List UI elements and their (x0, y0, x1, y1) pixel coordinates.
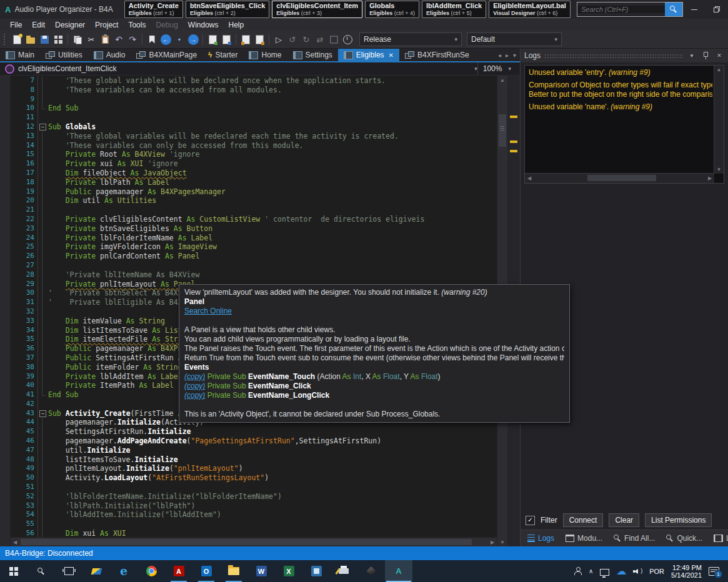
tab-starter[interactable]: ϟStarter (202, 49, 243, 61)
volume-icon[interactable]: ) (633, 568, 642, 575)
editor-zoom-select[interactable]: 100% ▾ (477, 62, 516, 75)
printer-tools-icon[interactable] (330, 560, 357, 582)
outlook-icon[interactable]: O (192, 560, 220, 582)
paste-icon[interactable] (98, 32, 112, 46)
cut-icon[interactable]: ✂ (84, 32, 98, 46)
code-text[interactable]: 'These variables can be accessed from al… (48, 86, 282, 95)
quick-tab-lbladditem_click[interactable]: lblAddItem_ClickEligibles (ctrl + 5) (422, 1, 486, 18)
new-file-icon[interactable] (10, 32, 24, 46)
people-icon[interactable] (574, 567, 582, 575)
tab-settings[interactable]: Settings (287, 49, 338, 61)
code-text[interactable]: Dim fileObject As JavaObject (48, 169, 187, 178)
navigate-forward-icon[interactable]: → (186, 32, 200, 46)
warning-mark[interactable] (510, 116, 517, 118)
tabs-scroll-right-icon[interactable]: ▸ (506, 52, 509, 59)
bookmark-icon[interactable] (145, 32, 159, 46)
filter-checkbox[interactable]: ✓ (526, 516, 535, 525)
copy-link[interactable]: (copy) (184, 382, 205, 390)
quick-tab-clveligiblescontent_item[interactable]: clvEligiblesContent_ItemEligibles (ctrl … (272, 1, 362, 18)
code-text[interactable]: End Sub (48, 104, 78, 113)
menu-project[interactable]: Project (90, 20, 123, 30)
log-vertical-scrollbar[interactable]: ▲ ▼ (714, 66, 724, 174)
clear-button[interactable]: Clear (609, 513, 639, 527)
menu-help[interactable]: Help (224, 20, 249, 30)
collapse-box[interactable]: − (39, 124, 46, 131)
fold-toggle-icon[interactable]: − (37, 409, 48, 418)
close-panel-icon[interactable]: ✕ (714, 51, 724, 61)
chrome-icon[interactable] (137, 560, 165, 582)
inkscape-icon[interactable] (357, 560, 385, 582)
log-scroll-left-icon[interactable]: ◀ (525, 174, 534, 182)
code-text[interactable]: 'Private lblItemName As B4XView (48, 270, 199, 280)
code-text[interactable]: pnlItemLayout.Initialize("pnlItemLayout"… (48, 464, 243, 473)
quick-tab-activity_create[interactable]: Activity_CreateEligibles (ctrl + 1) (124, 1, 183, 18)
comment-icon[interactable] (206, 32, 219, 46)
code-text[interactable]: SettingsAtFirstRun.Initialize (48, 427, 191, 436)
copy-link[interactable]: (copy) (184, 372, 205, 381)
code-text[interactable]: Dim xui As XUI (48, 529, 126, 537)
code-text[interactable]: Sub Globals (48, 122, 96, 132)
code-text[interactable]: 'lblFolderItemName.Initialize("lblFolder… (48, 492, 282, 501)
code-text[interactable]: 'These variables can only be accessed fr… (48, 141, 304, 150)
save-icon[interactable] (37, 32, 51, 46)
bottom-tab-findall[interactable]: Find All... (609, 532, 659, 545)
warning-mark[interactable] (510, 150, 517, 152)
file-explorer-icon[interactable] (220, 560, 247, 582)
run-configuration-select[interactable]: Default▾ (467, 32, 562, 46)
quick-tab-btnsaveeligibles_click[interactable]: btnSaveEligibles_ClickEligibles (ctrl + … (186, 1, 269, 18)
compile-timer-icon[interactable] (341, 32, 354, 46)
minimize-button[interactable] (683, 0, 706, 19)
language-indicator[interactable]: POR (649, 568, 664, 575)
code-text[interactable]: 'These global variables will be declared… (48, 76, 386, 86)
code-text[interactable]: Private ItemPath As Label (48, 381, 174, 390)
indent-icon[interactable] (252, 32, 266, 46)
b4a-taskbar-icon[interactable]: A (385, 560, 412, 582)
bottom-tab-logs[interactable]: Logs (523, 532, 559, 545)
code-text[interactable]: Dim itemValue As String (48, 317, 165, 326)
taskbar-search-button[interactable] (27, 560, 55, 582)
list-permissions-button[interactable]: List Permissions (645, 513, 712, 527)
menu-debug[interactable]: Debug (151, 20, 182, 30)
code-text[interactable]: Public itemFolder As String (48, 363, 182, 372)
code-text[interactable]: Dim listItemsToSave As List (48, 326, 182, 335)
code-text[interactable]: End Sub (48, 390, 78, 400)
uncomment-icon[interactable] (219, 32, 233, 46)
log-hscroll-thumb[interactable] (587, 175, 656, 181)
tray-expand-icon[interactable]: ∧ (589, 568, 593, 575)
modules-icon[interactable] (51, 32, 65, 46)
code-text[interactable]: Public pagemanager As B4XPagesManager (48, 187, 226, 197)
tab-b4xfirstrunse[interactable]: B4XFirstRunSe (399, 49, 475, 61)
build-configuration-select[interactable]: Release▾ (359, 32, 462, 46)
hscroll-thumb[interactable] (21, 539, 472, 545)
edge-icon[interactable]: e (110, 560, 137, 582)
tab-main[interactable]: Main (0, 49, 40, 61)
start-button[interactable] (0, 560, 27, 582)
scroll-down-icon[interactable]: ▼ (497, 538, 507, 546)
window-position-icon[interactable]: ▾ (687, 51, 697, 61)
close-tab-icon[interactable]: ✕ (389, 52, 394, 59)
word-icon[interactable]: W (247, 560, 275, 582)
copy-icon[interactable] (71, 32, 84, 46)
connect-button[interactable]: Connect (563, 513, 604, 527)
code-text[interactable]: Private clvEligiblesContent As CustomLis… (48, 215, 424, 224)
code-text[interactable]: util.Initialize (48, 446, 131, 455)
code-text[interactable]: pagemanager.AddPageAndCreate("PageSettin… (48, 436, 381, 446)
redo-icon[interactable]: ↷ (126, 32, 139, 46)
notification-center-icon[interactable]: 1 (709, 567, 719, 576)
bottom-tab-modu[interactable]: Modu... (561, 532, 607, 545)
log-entry[interactable]: Unused variable 'name'. (warning #9) (529, 102, 712, 112)
search-input[interactable] (577, 6, 665, 13)
network-icon[interactable] (600, 569, 609, 576)
log-entry[interactable]: Comparison of Object to other types will… (529, 81, 712, 99)
menu-file[interactable]: File (5, 20, 27, 30)
code-text[interactable]: Private lblAddItem As Label (48, 372, 182, 382)
run-icon[interactable]: ▷ (272, 32, 286, 46)
code-text[interactable]: 'These global variables will be redeclar… (48, 132, 399, 141)
outdent-icon[interactable] (239, 32, 252, 46)
navigate-back-icon[interactable]: ← (159, 32, 172, 46)
tabs-list-icon[interactable]: ▾ (513, 52, 516, 59)
menu-edit[interactable]: Edit (27, 20, 50, 30)
back-history-dropdown-icon[interactable]: ▾ (172, 32, 186, 46)
undo-icon[interactable]: ↶ (112, 32, 126, 46)
tab-audio[interactable]: Audio (88, 49, 131, 61)
